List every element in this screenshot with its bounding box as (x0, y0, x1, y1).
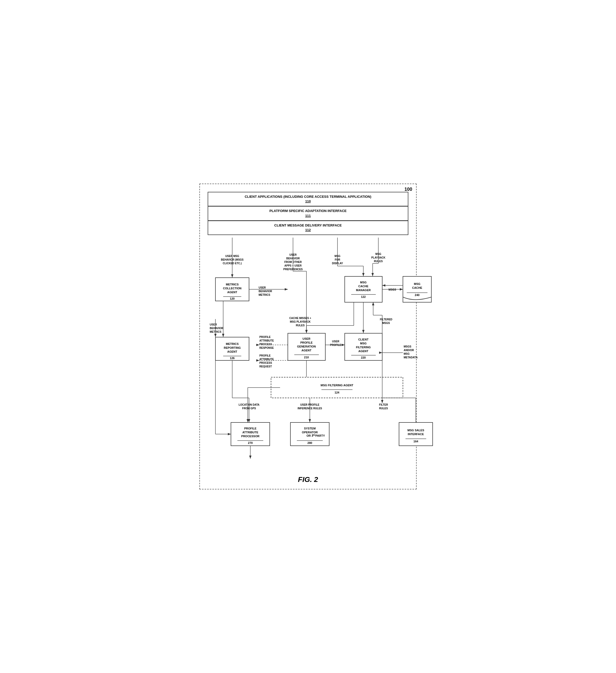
svg-text:REQUEST: REQUEST (259, 365, 272, 368)
svg-text:AGENT: AGENT (227, 291, 237, 294)
diagram-area: METRICS COLLECTION AGENT 120 METRICS REP… (208, 238, 408, 470)
svg-text:PROFILE: PROFILE (259, 354, 271, 357)
svg-text:RULES: RULES (296, 324, 304, 327)
svg-text:METRICS: METRICS (226, 283, 239, 286)
box-110-ref: 110 (305, 199, 311, 203)
svg-text:270: 270 (248, 441, 253, 444)
svg-text:CACHE MISSES +: CACHE MISSES + (289, 317, 312, 319)
svg-text:GENERATION: GENERATION (297, 345, 316, 348)
svg-text:PROFILE: PROFILE (244, 427, 256, 430)
svg-text:OPERATOR: OPERATOR (302, 431, 318, 434)
svg-text:ATTRIBUTE: ATTRIBUTE (259, 339, 274, 342)
svg-text:METADATA: METADATA (404, 356, 418, 359)
svg-text:PARTY: PARTY (316, 434, 325, 437)
svg-text:PROCESSOR: PROCESSOR (241, 435, 259, 438)
box-111-ref: 111 (305, 214, 311, 218)
svg-text:MANAGER: MANAGER (356, 288, 371, 292)
svg-text:MSG PLAYBACK: MSG PLAYBACK (290, 320, 311, 323)
svg-text:METRICS: METRICS (226, 342, 239, 346)
svg-text:AGENT: AGENT (359, 350, 369, 353)
svg-text:OR 3: OR 3 (306, 434, 313, 437)
box-111: PLATFORM SPECIFIC ADAPTATION INTERFACE 1… (208, 206, 408, 221)
diagram-svg: METRICS COLLECTION AGENT 120 METRICS REP… (208, 238, 408, 470)
svg-text:REPORTING: REPORTING (224, 346, 240, 349)
svg-text:BEHAVIOR: BEHAVIOR (210, 327, 223, 329)
svg-text:120: 120 (230, 297, 235, 300)
svg-text:RD: RD (313, 434, 316, 436)
svg-text:MSG FILTERING AGENT: MSG FILTERING AGENT (321, 384, 354, 387)
svg-text:CLIENT: CLIENT (358, 338, 369, 341)
svg-text:AND/OR: AND/OR (404, 349, 414, 352)
box-111-text: PLATFORM SPECIFIC ADAPTATION INTERFACE (269, 209, 347, 213)
svg-text:PROCESS: PROCESS (259, 362, 272, 364)
svg-text:PROFILE: PROFILE (300, 341, 313, 344)
svg-text:122: 122 (361, 295, 366, 298)
svg-text:240: 240 (415, 293, 419, 296)
svg-text:USER: USER (302, 337, 311, 340)
svg-text:MSG: MSG (414, 282, 420, 285)
svg-text:METRICS: METRICS (259, 293, 270, 296)
svg-text:MSG SALES: MSG SALES (408, 429, 424, 432)
svg-text:164: 164 (414, 440, 418, 443)
svg-text:FILTER: FILTER (379, 403, 388, 406)
box-110-text: CLIENT APPLICATIONS (INCLUDING CORE ACCE… (245, 195, 371, 199)
svg-text:PROFILE: PROFILE (259, 335, 271, 339)
svg-text:CACHE: CACHE (358, 285, 368, 288)
svg-text:USER: USER (259, 286, 266, 289)
svg-rect-58 (271, 377, 403, 398)
svg-text:COLLECTION: COLLECTION (223, 287, 241, 290)
outer-border: 100 CLIENT APPLICATIONS (INCLUDING CORE … (199, 184, 417, 489)
svg-text:SYSTEM: SYSTEM (304, 427, 316, 430)
svg-text:USER: USER (332, 340, 340, 343)
svg-text:RULES: RULES (379, 407, 388, 410)
svg-text:210: 210 (304, 356, 309, 359)
svg-text:INTERFACE: INTERFACE (408, 433, 424, 436)
svg-text:MSGS: MSGS (382, 321, 390, 324)
svg-text:BEHAVIOR: BEHAVIOR (259, 290, 272, 293)
box-112-ref: 112 (305, 228, 311, 232)
svg-text:220: 220 (361, 356, 366, 359)
box-110: CLIENT APPLICATIONS (INCLUDING CORE ACCE… (208, 192, 408, 206)
svg-text:MSGS: MSGS (388, 288, 396, 291)
svg-text:280: 280 (307, 441, 312, 444)
svg-text:FILTERED: FILTERED (380, 318, 392, 321)
svg-text:MSG: MSG (360, 342, 367, 345)
figure-caption: FIG. 2 (208, 475, 408, 484)
box-112: CLIENT MESSAGE DELIVERY INTERFACE 112 (208, 221, 408, 235)
svg-text:126: 126 (230, 357, 235, 360)
svg-text:PROCESS: PROCESS (259, 343, 272, 346)
box-112-text: CLIENT MESSAGE DELIVERY INTERFACE (274, 223, 342, 227)
ref-100: 100 (404, 187, 412, 192)
svg-text:ATTRIBUTE: ATTRIBUTE (242, 431, 258, 434)
svg-text:FILTERING: FILTERING (356, 346, 371, 349)
top-section: CLIENT APPLICATIONS (INCLUDING CORE ACCE… (208, 192, 408, 235)
svg-text:124: 124 (335, 391, 340, 394)
page-container: 100 CLIENT APPLICATIONS (INCLUDING CORE … (192, 176, 424, 497)
svg-text:MSG: MSG (404, 353, 410, 355)
svg-text:CACHE: CACHE (412, 286, 422, 289)
svg-text:MSGS: MSGS (404, 345, 411, 348)
svg-text:RESPONSE: RESPONSE (259, 347, 274, 349)
svg-text:AGENT: AGENT (301, 349, 312, 352)
svg-text:USER: USER (210, 323, 217, 326)
svg-text:AGENT: AGENT (227, 350, 237, 353)
svg-text:MSG: MSG (360, 281, 367, 284)
